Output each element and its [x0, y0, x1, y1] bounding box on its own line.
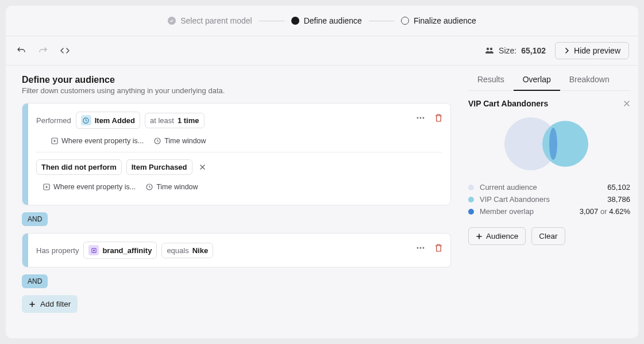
remove-condition-button[interactable] [197, 164, 208, 170]
legend-value: 65,102 [607, 183, 630, 192]
legend-row-current: Current audience 65,102 [468, 183, 630, 192]
legend-value: 38,786 [607, 195, 630, 204]
svg-point-3 [417, 117, 419, 119]
close-panel-button[interactable] [623, 100, 630, 107]
property-chip[interactable]: brand_affinity [83, 242, 157, 259]
more-options-button[interactable] [417, 247, 425, 249]
operator-label: equals [167, 246, 188, 255]
filter-block-performed: Performed Item Added at least 1 time [22, 103, 451, 205]
step-divider [369, 21, 394, 21]
operator-value-chip[interactable]: equals Nike [161, 243, 213, 258]
svg-point-13 [420, 247, 422, 249]
plus-square-icon [51, 137, 58, 144]
check-circle-icon [168, 17, 176, 25]
future-step-icon [401, 17, 409, 25]
step-label: Define audience [304, 16, 362, 25]
plus-icon [476, 233, 483, 240]
people-icon [485, 46, 494, 55]
legend-dot [468, 185, 474, 190]
step-define-audience[interactable]: Define audience [291, 16, 362, 25]
legend-dot [468, 209, 474, 215]
filter-separator [36, 152, 442, 152]
current-step-icon [291, 17, 299, 25]
property-name: brand_affinity [102, 246, 152, 255]
toolbar: Size: 65,102 Hide preview [6, 36, 638, 66]
audience-size-display: Size: 65,102 [485, 46, 546, 55]
plus-icon [29, 301, 36, 308]
venn-overlap [549, 128, 557, 160]
step-select-parent-model[interactable]: Select parent model [168, 16, 252, 25]
venn-diagram [496, 115, 594, 173]
svg-point-1 [490, 48, 492, 50]
tab-breakdown[interactable]: Breakdown [560, 69, 619, 90]
frequency-prefix: at least [150, 116, 174, 125]
where-event-property-label: Where event property is... [61, 137, 144, 145]
svg-point-12 [417, 247, 419, 249]
preview-tabs: Results Overlap Breakdown [468, 69, 630, 91]
frequency-chip[interactable]: at least 1 time [145, 113, 205, 128]
and-operator[interactable]: AND [22, 274, 48, 288]
event-name: Item Added [95, 116, 135, 125]
legend-name: VIP Cart Abandoners [480, 195, 601, 204]
size-label: Size: [499, 46, 516, 55]
redo-button [37, 44, 49, 57]
step-label: Finalize audience [414, 16, 476, 25]
event-name: Item Purchased [132, 163, 187, 171]
property-value: Nike [192, 246, 208, 255]
add-filter-button[interactable]: Add filter [22, 295, 78, 313]
more-options-button[interactable] [417, 117, 425, 119]
step-divider [259, 21, 284, 21]
event-chip-item-purchased[interactable]: Item Purchased [126, 159, 192, 175]
wizard-stepper: Select parent model Define audience Fina… [6, 6, 638, 36]
delete-filter-button[interactable] [435, 244, 442, 252]
event-chip-item-added[interactable]: Item Added [76, 112, 140, 129]
tab-overlap[interactable]: Overlap [514, 69, 560, 91]
filter-block-stripe [22, 104, 28, 205]
then-did-not-perform-chip[interactable]: Then did not perform [36, 159, 122, 175]
clear-button[interactable]: Clear [531, 227, 565, 245]
add-event-property-button[interactable]: Where event property is... [51, 137, 144, 145]
step-finalize-audience[interactable]: Finalize audience [401, 16, 476, 25]
then-label: Then did not perform [41, 163, 117, 171]
legend-dot [468, 197, 474, 202]
step-label: Select parent model [180, 16, 252, 25]
has-property-label: Has property [36, 246, 79, 255]
legend-value: 3,007 or 4.62% [580, 207, 630, 216]
hide-preview-button[interactable]: Hide preview [555, 42, 629, 59]
filter-block-property: Has property brand_affinity equals Nike [22, 233, 451, 267]
code-view-button[interactable] [59, 44, 71, 57]
and-operator[interactable]: AND [22, 212, 48, 226]
frequency-value: 1 time [178, 116, 199, 125]
legend-row-overlap: Member overlap 3,007 or 4.62% [468, 207, 630, 216]
undo-button[interactable] [15, 44, 28, 57]
chevron-right-icon [564, 47, 570, 54]
time-window-button[interactable]: Time window [146, 183, 198, 191]
legend-name: Current audience [480, 183, 601, 192]
delete-filter-button[interactable] [435, 114, 442, 122]
svg-point-4 [420, 117, 422, 119]
audience-button-label: Audience [486, 232, 518, 240]
filter-block-stripe [22, 234, 28, 267]
legend-name: Member overlap [480, 207, 574, 216]
add-audience-button[interactable]: Audience [468, 227, 526, 245]
property-icon [88, 245, 99, 255]
clock-outline-icon [154, 137, 161, 144]
time-window-button[interactable]: Time window [154, 137, 206, 145]
clear-button-label: Clear [539, 232, 557, 240]
svg-point-5 [423, 117, 425, 119]
performed-label: Performed [36, 116, 71, 125]
svg-point-0 [487, 48, 489, 50]
add-event-property-button[interactable]: Where event property is... [43, 183, 136, 191]
svg-rect-11 [93, 250, 95, 251]
time-window-label: Time window [156, 183, 198, 191]
plus-square-icon [43, 184, 50, 190]
clock-outline-icon [146, 184, 153, 190]
page-subtitle: Filter down customers using anything in … [22, 86, 451, 95]
time-window-label: Time window [164, 137, 206, 145]
tab-results[interactable]: Results [468, 69, 514, 90]
add-filter-label: Add filter [40, 300, 71, 308]
legend-row-compare: VIP Cart Abandoners 38,786 [468, 195, 630, 204]
hide-preview-label: Hide preview [574, 46, 620, 55]
page-title: Define your audience [22, 75, 451, 85]
clock-icon [81, 115, 91, 125]
